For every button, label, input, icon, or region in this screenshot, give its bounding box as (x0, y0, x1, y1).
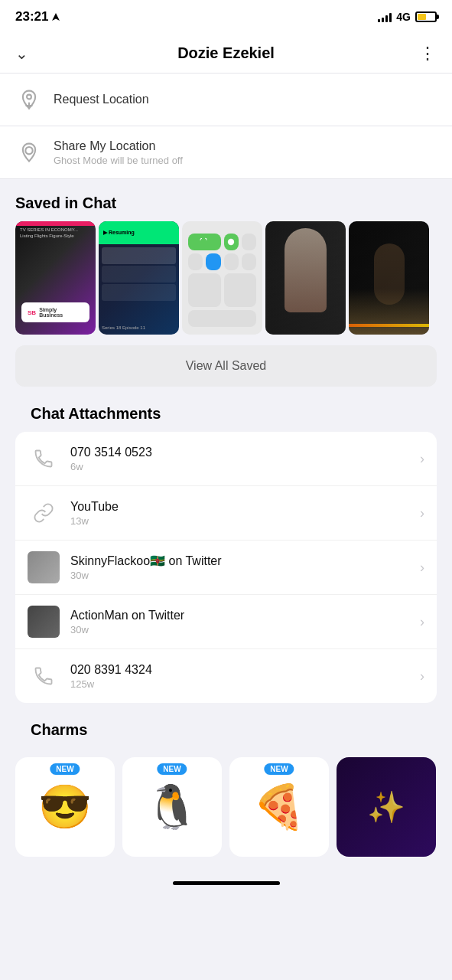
link-icon-youtube (28, 497, 60, 529)
thumbnail-4[interactable] (265, 221, 346, 335)
twitter-thumb-1 (28, 551, 60, 583)
thumbnail-2[interactable]: ▶ Resuming Series 18 Episode 11 (99, 221, 179, 335)
att-title-1: 070 3514 0523 (70, 446, 409, 459)
thumbnail-5[interactable] (349, 221, 429, 335)
share-location-subtitle: Ghost Mode will be turned off (54, 155, 183, 166)
request-location-icon (15, 86, 43, 113)
saved-in-chat-section: Saved in Chat TV SERIES IN ECONOMY...Lis… (0, 179, 452, 387)
back-button[interactable]: ⌄ (15, 44, 28, 63)
signal-icon (378, 11, 392, 22)
chevron-icon-youtube: › (420, 505, 424, 521)
chevron-icon-1: › (420, 451, 424, 467)
att-title-phone-2: 020 8391 4324 (70, 663, 409, 677)
charm-dark[interactable]: ✨ (337, 757, 436, 857)
page-title: Dozie Ezekiel (177, 44, 275, 62)
status-time: 23:21 (15, 9, 60, 24)
request-location-item[interactable]: Request Location (0, 74, 452, 126)
att-time-twitter-2: 30w (70, 624, 409, 635)
location-arrow-icon (51, 12, 60, 21)
charm-pizza[interactable]: NEW 🍕 (229, 757, 329, 857)
share-location-item[interactable]: Share My Location Ghost Mode will be tur… (0, 126, 452, 178)
charms-title: Charms (15, 721, 437, 748)
time-display: 23:21 (15, 9, 48, 24)
network-label: 4G (396, 11, 411, 23)
attachments-list: 070 3514 0523 6w › YouTube 13w › Sk (15, 432, 437, 703)
att-time-phone-2: 125w (70, 678, 409, 690)
charm-sunglasses[interactable]: NEW 😎 (15, 757, 115, 857)
more-options-button[interactable]: ⋮ (419, 44, 437, 64)
att-title-youtube: YouTube (70, 500, 409, 514)
chevron-icon-phone-2: › (420, 668, 424, 684)
attachment-phone-1[interactable]: 070 3514 0523 6w › (15, 432, 437, 486)
chat-attachments-title: Chat Attachments (15, 405, 437, 432)
phone-icon-1 (28, 443, 60, 475)
battery-icon (415, 11, 437, 22)
charms-row: NEW 😎 NEW 🐧 NEW 🍕 ✨ (15, 757, 437, 857)
chevron-icon-twitter-2: › (420, 614, 424, 630)
location-section: Request Location Share My Location Ghost… (0, 74, 452, 179)
chat-attachments-section: Chat Attachments 070 3514 0523 6w › (0, 405, 452, 703)
status-bar: 23:21 4G (0, 0, 452, 34)
charms-section: Charms NEW 😎 NEW 🐧 NEW 🍕 ✨ (0, 721, 452, 857)
new-badge-3: NEW (264, 763, 294, 775)
attachment-twitter-1[interactable]: SkinnyFlackoo🇩🇲 on Twitter 30w › (15, 541, 437, 595)
chevron-icon-twitter-1: › (420, 560, 424, 576)
view-all-label: View All Saved (186, 359, 267, 372)
request-location-title: Request Location (54, 93, 149, 106)
thumbnail-3[interactable] (182, 221, 262, 335)
view-all-saved-button[interactable]: View All Saved (15, 345, 437, 387)
new-badge-2: NEW (157, 763, 187, 775)
attachment-phone-2[interactable]: 020 8391 4324 125w › (15, 649, 437, 703)
att-title-twitter-2: ActionMan on Twitter (70, 609, 409, 622)
status-right-icons: 4G (378, 11, 437, 23)
att-time-youtube: 13w (70, 515, 409, 527)
home-indicator (0, 872, 452, 894)
charm-penguin[interactable]: NEW 🐧 (122, 757, 222, 857)
phone-icon-2 (28, 660, 60, 692)
att-time-1: 6w (70, 461, 409, 472)
thumbnails-row: TV SERIES IN ECONOMY...Listing Flights F… (0, 221, 452, 335)
att-title-twitter-1: SkinnyFlackoo🇩🇲 on Twitter (70, 554, 409, 568)
saved-in-chat-title: Saved in Chat (0, 194, 452, 221)
svg-point-2 (25, 147, 32, 154)
attachment-twitter-2[interactable]: ActionMan on Twitter 30w › (15, 595, 437, 649)
header: ⌄ Dozie Ezekiel ⋮ (0, 34, 452, 74)
new-badge-1: NEW (50, 763, 80, 775)
thumbnail-1[interactable]: TV SERIES IN ECONOMY...Listing Flights F… (15, 221, 96, 335)
share-location-title: Share My Location (54, 139, 183, 153)
att-time-twitter-1: 30w (70, 570, 409, 581)
attachment-youtube[interactable]: YouTube 13w › (15, 486, 437, 541)
share-location-icon (15, 139, 43, 166)
twitter-thumb-2 (28, 606, 60, 638)
